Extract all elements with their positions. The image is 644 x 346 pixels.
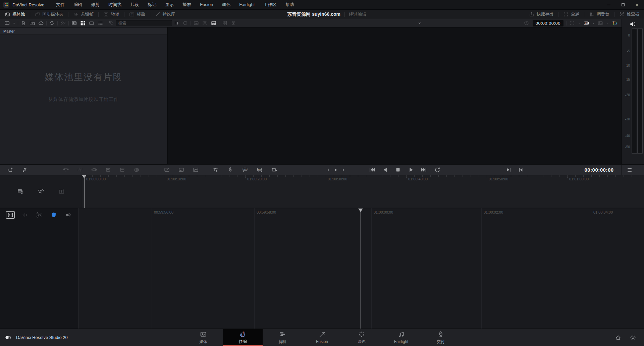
menu-item[interactable]: 文件 xyxy=(52,0,69,9)
thumbnail-view-button[interactable] xyxy=(78,19,87,27)
search-input[interactable] xyxy=(116,20,172,26)
menu-item[interactable]: 播放 xyxy=(178,0,196,9)
safe-area-button[interactable] xyxy=(568,19,577,27)
list-view-button[interactable] xyxy=(96,19,105,27)
transition-tool-button[interactable] xyxy=(163,167,171,173)
tools-button[interactable] xyxy=(211,167,219,173)
zoom-fit-button[interactable] xyxy=(596,19,605,27)
effects-library-button[interactable]: 特效库 xyxy=(150,10,180,19)
fullscreen-button[interactable]: 全屏 xyxy=(558,10,584,19)
snap-tool-button[interactable] xyxy=(6,211,15,219)
cloud-import-button[interactable] xyxy=(37,19,45,27)
razor-button[interactable] xyxy=(58,188,65,195)
home-icon[interactable] xyxy=(615,335,621,341)
add-poi-button[interactable] xyxy=(256,167,264,173)
import-media-button[interactable] xyxy=(19,19,28,27)
menu-item[interactable]: Fusion xyxy=(196,0,217,9)
menu-item[interactable]: 显示 xyxy=(161,0,178,9)
transition-picker-button[interactable] xyxy=(64,211,72,219)
safe-area-dropdown[interactable] xyxy=(577,19,582,27)
marker-button[interactable] xyxy=(49,211,58,219)
append-button[interactable] xyxy=(76,167,84,173)
timeline-overview-ruler[interactable]: 01:00:00:0001:00:10:0001:00:20:0001:00:3… xyxy=(82,175,644,208)
goto-start-button[interactable] xyxy=(368,167,376,173)
tab-cut[interactable]: 快编 xyxy=(223,329,263,346)
step-forward-button[interactable] xyxy=(340,168,346,172)
app-menu-button[interactable]: DaVinci Resolve xyxy=(12,2,44,7)
transport-timecode[interactable]: 00:00:00:00 xyxy=(582,165,616,175)
source-clip-button[interactable] xyxy=(192,19,201,27)
multi-view-button[interactable] xyxy=(220,19,229,27)
tab-fairlight[interactable]: Fairlight xyxy=(381,329,421,346)
tab-media[interactable]: 媒体 xyxy=(183,329,223,346)
speaker-icon[interactable] xyxy=(629,21,636,29)
source-tape-button[interactable] xyxy=(201,19,209,27)
goto-end-button[interactable] xyxy=(420,167,428,173)
transition-button[interactable]: 转场 xyxy=(99,10,124,19)
zoom-fit-dropdown[interactable] xyxy=(605,19,610,27)
viewer-canvas[interactable] xyxy=(168,27,622,164)
menu-item[interactable]: 片段 xyxy=(126,0,143,9)
refresh-button[interactable] xyxy=(181,19,190,27)
place-on-top-button[interactable] xyxy=(118,167,126,173)
insert-audio-clip-button[interactable] xyxy=(20,167,28,173)
loop-button[interactable] xyxy=(433,167,441,173)
track-tools-button[interactable] xyxy=(38,188,44,195)
timeline-options-button[interactable] xyxy=(17,188,24,195)
stop-button[interactable] xyxy=(394,167,402,173)
voiceover-button[interactable] xyxy=(226,167,234,173)
proxy-hq-dropdown[interactable] xyxy=(591,19,596,27)
menu-item[interactable]: 编辑 xyxy=(69,0,87,9)
timeline-options-menu-button[interactable] xyxy=(627,165,633,175)
goto-next-edit-button[interactable] xyxy=(504,167,513,173)
menu-item[interactable]: 修剪 xyxy=(87,0,104,9)
timeline-view-button[interactable] xyxy=(209,19,218,27)
media-pool-button[interactable]: 媒体池 xyxy=(0,10,30,19)
dynamic-zoom-button[interactable] xyxy=(177,167,185,173)
retime-curve-button[interactable] xyxy=(192,167,200,173)
goto-prev-edit-button[interactable] xyxy=(517,167,525,173)
title-button[interactable]: 标题 xyxy=(124,10,150,19)
menu-item[interactable]: 帮助 xyxy=(281,0,298,9)
bin-panel-button[interactable] xyxy=(3,19,11,27)
play-reverse-button[interactable] xyxy=(381,167,389,173)
tab-deliver[interactable]: 交付 xyxy=(421,329,461,346)
bin-name[interactable]: Master xyxy=(0,27,167,35)
step-back-button[interactable] xyxy=(326,168,331,172)
render-in-place-button[interactable] xyxy=(270,167,278,173)
trim-tool-button[interactable] xyxy=(20,211,29,219)
sync-button[interactable] xyxy=(48,19,56,27)
sync-bin-button[interactable]: 同步媒体夹 xyxy=(30,10,68,19)
clock-button[interactable] xyxy=(522,19,531,27)
insert-video-clip-button[interactable] xyxy=(6,167,14,173)
menu-item[interactable]: 工作区 xyxy=(259,0,281,9)
color-enhance-button[interactable] xyxy=(610,19,619,27)
ripple-overwrite-button[interactable] xyxy=(90,167,98,173)
card-view-button[interactable] xyxy=(70,19,78,27)
timeline-detail-ruler[interactable]: 00:59:56:0000:59:58:0001:00:00:0001:00:0… xyxy=(79,208,644,329)
close-up-button[interactable] xyxy=(104,167,112,173)
quick-export-button[interactable]: 快捷导出 xyxy=(524,10,558,19)
mixer-button[interactable]: 调音台 xyxy=(584,10,614,19)
close-button[interactable]: × xyxy=(630,0,644,9)
live-overwrite-button[interactable] xyxy=(229,19,238,27)
source-overwrite-button[interactable] xyxy=(132,167,140,173)
bin-content-area[interactable]: 媒体池里没有片段 从媒体存储添加片段以开始工作 xyxy=(0,35,167,164)
settings-gear-icon[interactable] xyxy=(630,335,636,341)
sort-button[interactable] xyxy=(172,19,181,27)
tab-fusion[interactable]: Fusion xyxy=(302,329,342,346)
detail-playhead[interactable] xyxy=(358,208,363,329)
tab-color[interactable]: 调色 xyxy=(342,329,381,346)
jog-control[interactable] xyxy=(333,168,338,172)
menu-item[interactable]: 调色 xyxy=(217,0,235,9)
menu-item[interactable]: 时间线 xyxy=(104,0,126,9)
overview-playhead[interactable] xyxy=(82,175,87,208)
menu-item[interactable]: 标记 xyxy=(143,0,161,9)
inspector-button[interactable]: 检查器 xyxy=(614,10,644,19)
poi-marker-button[interactable] xyxy=(241,167,249,173)
viewer-timecode[interactable]: 00:00:00:00 xyxy=(533,20,564,26)
filmstrip-view-button[interactable] xyxy=(87,19,96,27)
import-folder-button[interactable] xyxy=(28,19,37,27)
proxy-hq-button[interactable] xyxy=(582,19,591,27)
relink-button[interactable] xyxy=(59,19,67,27)
